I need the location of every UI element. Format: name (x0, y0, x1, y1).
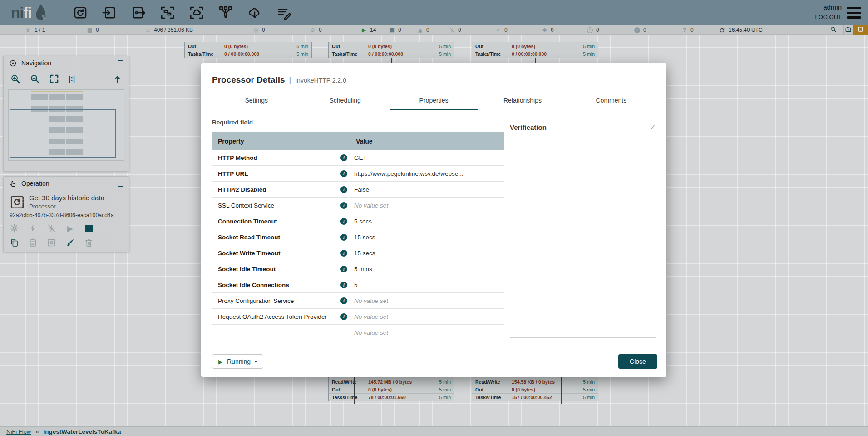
properties-table: Property Value HTTP MethodiGETHTTP URLih… (212, 132, 504, 338)
tab-scheduling[interactable]: Scheduling (301, 90, 389, 110)
operation-panel: Operation Get 30 days historic data Proc… (3, 176, 129, 252)
status-locally-modified-count: 0 (551, 27, 554, 33)
dialog-title: Processor Details | InvokeHTTP 2.2.0 (212, 75, 346, 85)
stat-label: Tasks/Time (188, 51, 224, 57)
minimap-header-bar (31, 91, 83, 92)
processor-toolbar-icon[interactable] (73, 5, 88, 20)
import-from-registry-toolbar-icon[interactable] (247, 5, 262, 20)
input-port-toolbar-icon[interactable] (102, 5, 117, 20)
stop-button[interactable] (84, 223, 94, 233)
breadcrumb-root-link[interactable]: NiFi Flow (6, 428, 31, 435)
property-name: Socket Read Timeout (212, 234, 340, 241)
minimap-viewport[interactable] (10, 109, 116, 158)
collapse-navigation-button[interactable] (118, 60, 123, 66)
color-button[interactable] (65, 238, 75, 248)
output-port-toolbar-icon[interactable] (131, 5, 146, 20)
selected-component-type: Processor (29, 203, 104, 210)
stopped-icon: ■ (389, 27, 395, 34)
dialog-title-separator: | (289, 75, 291, 85)
stat-window: 5 min (583, 395, 595, 400)
stat-label: Out (475, 387, 512, 392)
selected-component-id: 92a2cfb5-407b-337d-8606-eaca100acd4a (4, 210, 129, 218)
info-icon[interactable]: i (340, 313, 347, 320)
running-icon: ▶ (360, 27, 367, 34)
stat-window: 5 min (583, 51, 595, 57)
status-queue-list-count: 406 / 351.06 KB (154, 27, 193, 33)
stat-window: 5 min (296, 44, 308, 49)
refresh-icon[interactable] (719, 27, 725, 34)
status-stopped-count: 0 (398, 27, 401, 33)
stat-window: 5 min (583, 44, 595, 49)
go-up-button[interactable] (112, 74, 123, 84)
navigation-panel-title: Navigation (21, 59, 113, 67)
stat-value: 0 (0 bytes) (512, 44, 583, 49)
property-value: 5 (350, 282, 504, 288)
process-group-toolbar-icon[interactable] (160, 5, 175, 20)
processor-stats-box: Out0 (0 bytes)5 minTasks/Time0 / 00:00:0… (328, 42, 454, 58)
info-icon[interactable]: i (340, 186, 347, 193)
utility-kit-button[interactable] (843, 25, 853, 35)
property-name: Request OAuth2 Access Token Provider (212, 313, 340, 320)
status-locally-modified-stale: !0 (634, 25, 646, 35)
funnel-toolbar-icon[interactable] (218, 5, 233, 20)
remote-process-group-toolbar-icon[interactable] (189, 5, 204, 20)
close-button[interactable]: Close (618, 354, 657, 369)
tab-relationships[interactable]: Relationships (478, 90, 567, 110)
status-locally-modified-stale-count: 0 (643, 27, 646, 33)
zoom-in-button[interactable] (10, 74, 20, 84)
status-up-to-date: ✓0 (495, 25, 508, 35)
info-icon[interactable]: i (340, 250, 347, 257)
verification-check-icon[interactable]: ✓ (650, 123, 656, 132)
stat-row: Tasks/Time0 / 00:00:00.0005 min (185, 50, 311, 58)
transmitting-icon: ◎ (252, 27, 259, 34)
status-thread-grid: ▦0 (86, 25, 99, 35)
global-menu-icon[interactable] (847, 7, 861, 19)
stat-row: Out0 (0 bytes)5 min (472, 386, 598, 393)
info-icon[interactable]: i (340, 266, 347, 272)
processor-stamp-icon (9, 194, 25, 210)
tab-comments[interactable]: Comments (567, 90, 656, 110)
logout-link[interactable]: LOG OUT (815, 14, 842, 20)
stat-row: Tasks/Time157 / 00:00:00.4525 min (472, 393, 598, 401)
tab-properties[interactable]: Properties (390, 90, 478, 110)
minimap-component (49, 94, 65, 100)
label-toolbar-icon[interactable] (276, 5, 291, 20)
value-column-header: Value (350, 138, 504, 145)
last-refreshed: 16:45:40 UTC (719, 25, 763, 35)
nifi-app: nifi admin LOG OUT 16:45:40 UTC 1 / 1▦0≡… (0, 0, 868, 436)
property-value: GET (350, 154, 504, 161)
status-sync-failure: ?0 (681, 25, 694, 35)
property-row: HTTP/2 DisablediFalse (212, 182, 504, 198)
search-button[interactable] (823, 25, 843, 35)
info-icon[interactable]: i (340, 170, 347, 177)
tab-settings[interactable]: Settings (212, 90, 301, 110)
zoom-fit-button[interactable] (49, 74, 59, 84)
run-state-label: Running (227, 358, 251, 365)
info-icon[interactable]: i (340, 234, 347, 241)
stat-label: Tasks/Time (475, 395, 512, 400)
stat-window: 5 min (439, 379, 451, 385)
info-icon[interactable]: i (340, 202, 347, 209)
search-icon (830, 26, 837, 35)
status-transmitting: ◎0 (252, 25, 265, 35)
info-icon[interactable]: i (340, 297, 347, 304)
zoom-out-button[interactable] (30, 74, 40, 84)
copy-button[interactable] (10, 238, 19, 248)
invalid-icon: ▲ (417, 27, 424, 34)
info-icon[interactable]: i (340, 282, 347, 288)
info-icon[interactable]: i (340, 154, 347, 161)
disable-button (47, 223, 56, 233)
status-queue-list: ≡406 / 351.06 KB (144, 25, 193, 35)
info-icon[interactable]: i (340, 218, 347, 225)
birdseye-minimap[interactable] (8, 89, 124, 161)
collapse-operation-button[interactable] (118, 181, 123, 187)
status-sync-failure-count: 0 (690, 27, 694, 33)
status-not-transmitting-count: 0 (319, 27, 322, 33)
zoom-actual-button[interactable]: |:| (69, 74, 80, 84)
dialog-title-text: Processor Details (212, 75, 285, 85)
run-state-dropdown[interactable]: ▶ Running ▾ (212, 354, 263, 369)
stat-window: 5 min (439, 395, 451, 400)
property-name: HTTP Method (212, 154, 340, 161)
dialog-subtitle: InvokeHTTP 2.2.0 (295, 77, 346, 84)
note-button[interactable] (853, 25, 868, 35)
